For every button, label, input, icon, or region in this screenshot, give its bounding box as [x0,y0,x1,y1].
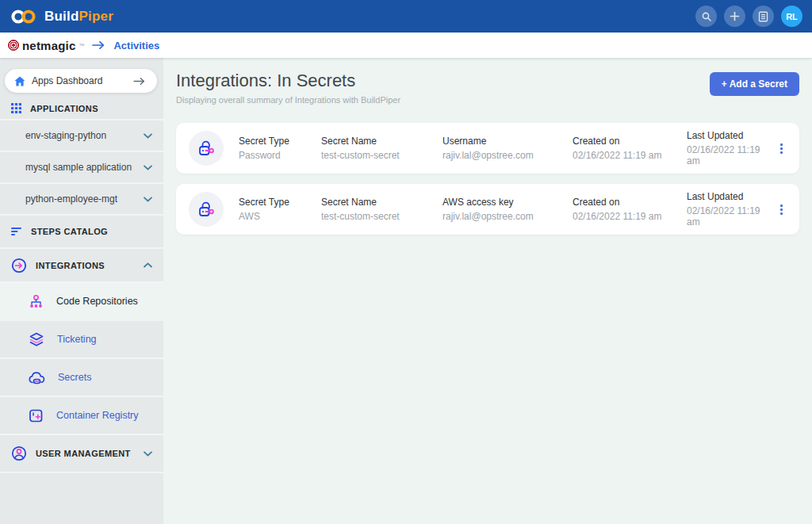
last-updated-label: Last Updated [687,191,772,202]
apps-dashboard-button[interactable]: Apps Dashboard [5,69,157,93]
sidebar-item-code-repositories[interactable]: Code Repositories [0,283,163,321]
sidebar-section-applications[interactable]: APPLICATIONS [0,98,163,120]
search-button[interactable] [695,6,717,27]
sidebar-item-ticketing[interactable]: Ticketing [0,321,163,359]
secret-field-value: rajiv.lal@opstree.com [442,150,573,161]
lock-key-icon [196,199,216,220]
app-item-label: mysql sample application [25,162,144,173]
sidebar-item-python-employee-mgt[interactable]: python-employee-mgt [0,184,163,216]
chevron-down-icon [144,451,152,457]
sidebar-item-env-staging-python[interactable]: env-staging-python [0,120,163,152]
page-titles: Integrations: In Secrets Displaying over… [176,71,400,105]
last-updated-value: 02/16/2022 11:19 am [687,144,772,166]
brand-build: Build [44,9,79,24]
last-updated-col: Last Updated 02/16/2022 11:19 am [687,191,772,228]
cloud-lock-icon [29,371,45,384]
secret-name-label: Secret Name [321,136,442,147]
created-on-label: Created on [573,197,687,208]
chevron-down-icon [144,133,152,139]
user-avatar[interactable]: RL [781,6,802,27]
breadcrumb-activities[interactable]: Activities [113,40,159,52]
topbar-actions: RL [695,6,802,27]
secret-type-col: Secret Type AWS [239,197,321,222]
secrets-list: Secret Type Password Secret Name test-cu… [176,123,799,235]
sidebar-section-steps-catalog[interactable]: STEPS CATALOG [0,216,163,249]
secret-name-col: Secret Name test-custom-secret [321,136,442,161]
last-updated-value: 02/16/2022 11:19 am [687,205,772,228]
created-on-col: Created on 02/16/2022 11:19 am [573,136,687,161]
secret-name-col: Secret Name test-custom-secret [321,197,442,222]
secret-icon-wrap [189,192,224,227]
app-item-label: python-employee-mgt [25,193,144,205]
arrow-right-icon [133,77,146,86]
integration-item-label: Container Registry [56,410,139,421]
secret-name-value: test-custom-secret [321,150,442,161]
secret-field-label: AWS access key [442,197,573,208]
integrations-circle-arrow-icon [11,258,27,273]
trademark: ™ [79,43,84,48]
page-header: Integrations: In Secrets Displaying over… [176,71,799,105]
add-secret-button[interactable]: + Add a Secret [710,72,799,96]
integration-item-label: Secrets [58,372,91,383]
steps-icon [11,227,22,236]
kebab-menu-icon [780,143,783,146]
card-menu-button[interactable] [772,140,790,157]
grid-icon [11,103,21,113]
sidebar-section-integrations[interactable]: INTEGRATIONS [0,249,163,283]
search-icon [701,11,712,22]
netmagic-rings-icon [8,40,19,51]
top-navbar: BuildPiper RL [0,0,812,33]
kebab-menu-icon [780,205,783,207]
arrow-right-icon [92,40,105,50]
page-title: Integrations: In Secrets [176,71,400,91]
chevron-up-icon [144,262,152,268]
notes-button[interactable] [753,6,774,27]
secret-icon-wrap [189,131,224,166]
secret-card-aws: Secret Type AWS Secret Name test-custom-… [176,184,799,235]
buildpiper-logo[interactable]: BuildPiper [10,8,113,25]
plus-icon [730,11,740,21]
container-box-icon [29,408,44,423]
brand-piper: Piper [79,9,114,24]
secret-type-value: Password [239,150,321,161]
secret-type-col: Secret Type Password [239,136,321,161]
create-button[interactable] [724,6,745,27]
secret-type-label: Secret Type [239,197,321,208]
page-subtitle: Displaying overall summary of Integratio… [176,95,400,105]
secret-field-col: Username rajiv.lal@opstree.com [442,136,573,161]
secret-field-value: rajiv.lal@opstree.com [442,211,573,222]
integration-item-label: Ticketing [57,334,97,345]
user-circle-icon [11,446,27,461]
chevron-down-icon [144,197,152,202]
chevron-down-icon [144,165,152,170]
secret-name-value: test-custom-secret [321,211,442,222]
created-on-col: Created on 02/16/2022 11:19 am [573,197,687,222]
sidebar-item-secrets[interactable]: Secrets [0,359,163,397]
card-menu-button[interactable] [772,201,790,218]
secret-name-label: Secret Name [321,197,442,208]
main-content: Integrations: In Secrets Displaying over… [163,58,812,524]
netmagic-logo[interactable]: netmagic ™ [8,39,84,52]
home-icon [14,76,25,86]
integration-item-label: Code Repositories [56,296,138,307]
breadcrumb-bar: netmagic ™ Activities [0,33,812,58]
last-updated-col: Last Updated 02/16/2022 11:19 am [687,130,772,166]
integrations-label: INTEGRATIONS [36,261,144,270]
org-chart-icon [29,295,44,308]
sidebar-item-mysql-sample-application[interactable]: mysql sample application [0,152,163,184]
sidebar-section-user-management[interactable]: USER MANAGEMENT [0,435,163,473]
lock-key-icon [196,138,216,159]
created-on-label: Created on [573,136,687,147]
created-on-value: 02/16/2022 11:19 am [573,211,687,222]
sidebar-top: Apps Dashboard [0,58,163,98]
secret-type-value: AWS [239,211,321,222]
sidebar-item-container-registry[interactable]: Container Registry [0,397,163,435]
applications-label: APPLICATIONS [30,104,98,113]
layers-icon [29,332,44,346]
created-on-value: 02/16/2022 11:19 am [573,150,687,161]
user-management-label: USER MANAGEMENT [36,449,144,458]
secret-field-col: AWS access key rajiv.lal@opstree.com [442,197,573,222]
apps-dashboard-label: Apps Dashboard [32,75,133,86]
last-updated-label: Last Updated [687,130,772,141]
secret-card-password: Secret Type Password Secret Name test-cu… [176,123,799,174]
